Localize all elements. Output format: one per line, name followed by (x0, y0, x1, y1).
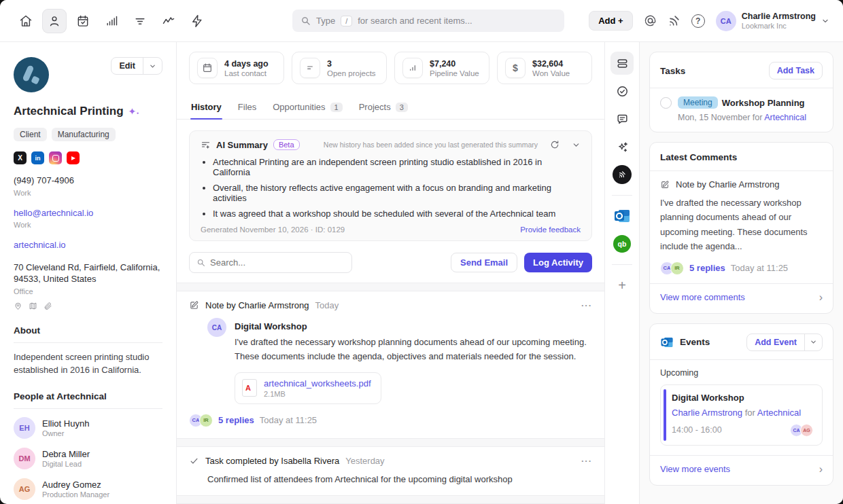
feed-divider (177, 283, 604, 291)
event-company-link[interactable]: Artechnical (757, 408, 801, 418)
address-actions (14, 302, 162, 310)
x-icon[interactable]: X (14, 151, 27, 164)
replies-link[interactable]: 5 replies (689, 263, 725, 273)
list-icon (300, 58, 320, 78)
people-icon[interactable] (42, 9, 67, 33)
tab-files[interactable]: Files (237, 96, 257, 119)
ai-summary-bullets: Artechnical Printing are an independent … (213, 157, 581, 219)
event-item[interactable]: Digital Workshop Charlie Armstrong for A… (660, 384, 823, 446)
task-checkbox[interactable] (660, 97, 672, 109)
tasks-card: Tasks Add Task Meeting Workshop Planning… (649, 52, 833, 132)
feed-search-field[interactable] (189, 252, 352, 273)
event-title: Digital Workshop (672, 393, 813, 403)
check-circle-icon[interactable] (610, 79, 634, 103)
person-row-audrey[interactable]: AG Audrey Gomez Production Manager (14, 478, 162, 500)
view-more-comments-link[interactable]: View more comments › (660, 284, 823, 310)
website-link[interactable]: artechnical.io (14, 239, 162, 251)
attachment-card[interactable]: artechnical_worksheets.pdf 2.1MB (235, 372, 381, 404)
ai-bullet: Overall, the history reflects active eng… (213, 183, 581, 203)
avatar: CA (207, 318, 226, 337)
ai-generated-meta: Generated November 10, 2026 · ID: 0129 (201, 226, 345, 234)
tag-manufacturing[interactable]: Manufacturing (52, 128, 116, 141)
search-type-label: Type (316, 16, 335, 26)
tab-badge: 1 (330, 103, 343, 112)
feed-divider (177, 438, 604, 447)
view-more-events-link[interactable]: View more events › (660, 456, 823, 482)
feed-search-input[interactable] (210, 257, 345, 268)
list-icon[interactable] (128, 9, 152, 33)
person-row-elliot[interactable]: EH Elliot Huynh Owner (14, 417, 162, 439)
calendar-icon[interactable] (71, 9, 95, 33)
log-activity-button[interactable]: Log Activity (524, 253, 592, 272)
location-pin-icon[interactable] (14, 302, 22, 310)
replies-link[interactable]: 5 replies (218, 415, 254, 425)
send-email-button[interactable]: Send Email (451, 253, 517, 272)
instagram-icon[interactable] (49, 151, 62, 164)
activity-icon[interactable] (156, 9, 181, 33)
history-feed: AI Summary Beta New history has been add… (177, 120, 604, 504)
stat-last-contact[interactable]: 4 days agoLast contact (189, 52, 284, 84)
linkedin-icon[interactable]: in (31, 151, 44, 164)
phone-value[interactable]: (949) 707-4906 (14, 175, 162, 187)
stat-open-projects[interactable]: 3Open projects (292, 52, 387, 84)
bolt-icon[interactable] (185, 9, 209, 33)
feed-item-header: Note by Charlie Armstrong (205, 300, 309, 310)
feed-divider (177, 495, 604, 504)
sparkle-icon[interactable]: ✦˖ (128, 106, 139, 117)
tab-opportunities[interactable]: Opportunities1 (272, 96, 343, 119)
collapse-chevron-icon[interactable] (572, 141, 581, 149)
tab-projects[interactable]: Projects3 (358, 96, 409, 119)
note-icon (660, 180, 670, 190)
address-value: 70 Cleveland Rd, Fairfield, California, … (14, 262, 162, 285)
ai-bullet: Artechnical Printing are an independent … (213, 157, 581, 177)
broadcast-icon[interactable] (668, 14, 681, 27)
email-label: Work (14, 221, 162, 229)
add-event-chevron-icon[interactable] (804, 334, 822, 350)
task-title[interactable]: Workshop Planning (722, 98, 805, 108)
stat-value: $32,604 (532, 59, 570, 69)
global-search[interactable]: Type / for search and recent items... (292, 10, 564, 32)
comment-replies-row: CA IR 5 replies Today at 11:25 (660, 262, 823, 275)
paperclip-icon[interactable] (44, 302, 52, 310)
home-icon[interactable] (14, 9, 38, 33)
more-menu-icon[interactable]: ··· (581, 456, 592, 466)
meeting-badge: Meeting (678, 96, 718, 109)
person-role: Digital Lead (42, 460, 90, 468)
add-event-button[interactable]: Add Event (747, 334, 804, 350)
add-integration-icon[interactable]: + (610, 274, 634, 297)
add-task-button[interactable]: Add Task (769, 62, 823, 79)
event-organizer-link[interactable]: Charlie Armstrong (672, 408, 742, 418)
company-logo (14, 57, 49, 92)
refresh-icon[interactable] (550, 140, 560, 149)
rows-icon[interactable] (610, 52, 634, 75)
comment-header: Note by Charlie Armstrong (676, 179, 779, 190)
sparkles-icon[interactable] (610, 135, 634, 158)
tag-client[interactable]: Client (14, 128, 47, 141)
stat-won-value[interactable]: $ $32,604Won Value (497, 52, 592, 84)
stat-pipeline-value[interactable]: $7,240Pipeline Value (394, 52, 489, 84)
ai-summary-title: AI Summary (216, 140, 268, 150)
user-menu[interactable]: CA Charlie Armstrong Lookmark Inc (716, 11, 829, 31)
email-link[interactable]: hello@artechnical.io (14, 207, 162, 219)
attachment-name[interactable]: artechnical_worksheets.pdf (264, 378, 371, 389)
broadcast-app-icon[interactable] (610, 163, 634, 186)
provide-feedback-link[interactable]: Provide feedback (520, 226, 581, 234)
bar-chart-icon[interactable] (99, 9, 124, 33)
event-attendee-line: Charlie Armstrong for Artechnical (672, 408, 813, 418)
help-icon[interactable]: ? (691, 14, 705, 28)
edit-button[interactable]: Edit (111, 58, 143, 74)
youtube-icon[interactable] (67, 151, 80, 164)
task-company-link[interactable]: Artechnical (764, 113, 806, 122)
upcoming-label: Upcoming (660, 368, 823, 378)
add-button[interactable]: Add + (589, 11, 632, 31)
tab-history[interactable]: History (190, 96, 222, 119)
edit-dropdown-chevron-icon[interactable] (143, 58, 162, 74)
note-body: I've drafted the necessary workshop plan… (235, 336, 592, 364)
outlook-icon[interactable] (610, 204, 634, 228)
person-row-debra[interactable]: DM Debra Miller Digital Lead (14, 448, 162, 469)
more-menu-icon[interactable]: ··· (581, 300, 592, 310)
quickbooks-icon[interactable]: qb (610, 232, 634, 255)
mentions-icon[interactable] (644, 14, 657, 27)
map-icon[interactable] (29, 302, 37, 310)
comment-icon[interactable] (610, 107, 634, 130)
